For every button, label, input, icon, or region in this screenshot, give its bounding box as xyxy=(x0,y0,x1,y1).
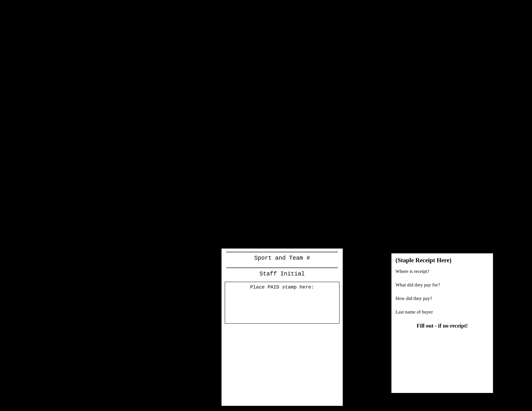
right-form-card: (Staple Receipt Here) Where is receipt? … xyxy=(391,253,493,393)
left-form-card: Sport and Team # Staff Initial Place PAI… xyxy=(221,248,343,406)
right-card-title: (Staple Receipt Here) xyxy=(395,257,489,264)
payment-for-item: What did they pay for? xyxy=(395,282,489,289)
staff-initial-label: Staff Initial xyxy=(226,269,338,279)
sport-team-line xyxy=(226,252,338,252)
stamp-label: Place PAID stamp here: xyxy=(228,284,336,290)
last-name-item: Last name of buyer xyxy=(395,309,489,316)
stamp-box: Place PAID stamp here: xyxy=(225,282,340,324)
right-card-footer: Fill out - if no receipt! xyxy=(395,323,489,329)
staff-section: Staff Initial xyxy=(221,264,343,280)
sport-team-section: Sport and Team # xyxy=(221,249,343,264)
sport-team-label: Sport and Team # xyxy=(226,253,338,263)
receipt-location-item: Where is receipt? xyxy=(395,269,489,276)
payment-method-item: How did they pay? xyxy=(395,296,489,303)
staff-initial-line xyxy=(226,268,338,268)
